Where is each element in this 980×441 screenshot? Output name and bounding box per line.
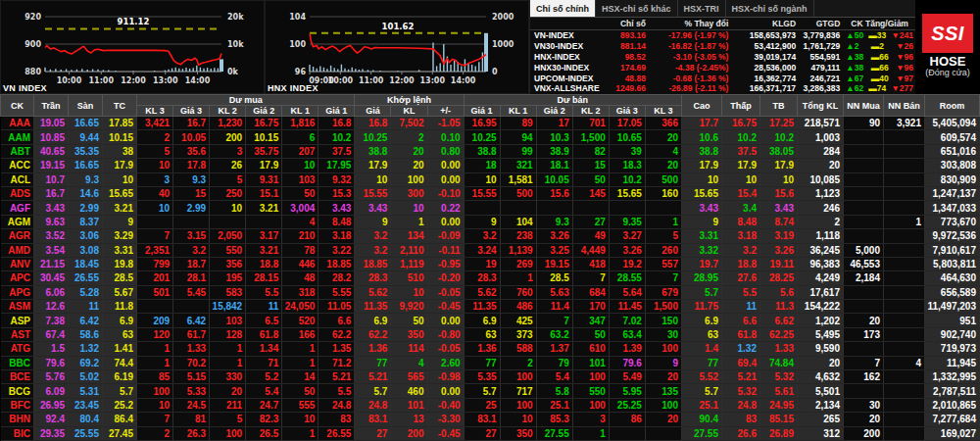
board-cell: 35.6 xyxy=(173,144,210,158)
stock-row-AST[interactable]: AST67.458.66312061.712861.816662.262.235… xyxy=(1,327,980,341)
ticker-cell[interactable]: ASP xyxy=(1,314,34,327)
board-cell: 350 xyxy=(500,426,536,440)
stock-row-BCE[interactable]: BCE5.765.026.19855.153305.2145.215.21565… xyxy=(1,370,980,384)
ticker-cell[interactable]: AAA xyxy=(1,117,34,130)
index-tab-3[interactable]: HSX-chỉ số ngành xyxy=(726,0,814,17)
stock-row-ACL[interactable]: ACL10.79.31039.359.311039.32101000.00101… xyxy=(1,172,980,186)
ticker-cell[interactable]: AGM xyxy=(1,215,34,228)
stock-row-BHN[interactable]: BHN92.480.486.4781582.3108383.113-3.3083… xyxy=(1,413,980,426)
stock-row-ASM[interactable]: ASM12.61111.815,8421124,05011.0511.359,9… xyxy=(1,300,980,314)
ticker-cell[interactable]: ADS xyxy=(1,186,34,200)
stock-row-ATG[interactable]: ATG1.51.321.4111.3311.3411.351.36114-0.0… xyxy=(1,342,980,356)
stock-row-APG[interactable]: APG6.065.285.675015.455835.53185.555.621… xyxy=(1,285,980,299)
board-cell: 103 xyxy=(210,314,246,327)
ticker-cell[interactable]: AAM xyxy=(1,130,34,144)
board-cell xyxy=(884,172,925,186)
board-cell: 10 xyxy=(137,201,173,215)
index-row-UPCOM-INDEX[interactable]: UPCOM-INDEX48.88-0.68 (-1.36 %)16,362,77… xyxy=(530,73,915,83)
board-cell: 11.35 xyxy=(355,300,391,314)
board-cell: 145 xyxy=(572,186,609,200)
board-cell: 1,816 xyxy=(282,117,318,130)
board-cell: 16.8 xyxy=(355,117,391,130)
board-cell: 13 xyxy=(391,413,427,426)
index-row-HNX30-INDEX[interactable]: HNX30-INDEX174.69-4.38 (-2.45%)28,536,00… xyxy=(530,62,915,73)
board-cell: 1,581 xyxy=(500,172,536,186)
stock-row-AMD[interactable]: AMD3.543.083.312,3513.25503.21783.223.22… xyxy=(1,243,980,257)
ticker-cell[interactable]: BCG xyxy=(1,384,34,398)
board-cell: 5.67 xyxy=(103,285,137,299)
stock-row-AGR[interactable]: AGR3.523.063.2973.152,0503.172103.183.21… xyxy=(1,229,980,243)
board-cell: 200 xyxy=(210,130,246,144)
ticker-cell[interactable]: ABT xyxy=(1,144,34,158)
stock-row-AGM[interactable]: AGM9.638.37948.48910.0091049.3279.35198.… xyxy=(1,215,980,228)
stock-row-ASP[interactable]: ASP7.386.426.92096.421036.55206.66.9500.… xyxy=(1,314,980,327)
index-tab-0[interactable]: Chỉ số chính xyxy=(530,0,596,17)
market-status: (Đóng cửa) xyxy=(925,68,970,77)
sub-header: +/- xyxy=(427,106,464,117)
stock-row-BFC[interactable]: BFC26.9523.4525.21024.521124.755524.824.… xyxy=(1,398,980,412)
ticker-cell[interactable]: BHN xyxy=(1,413,34,426)
index-tab-2[interactable]: HSX-TRI xyxy=(678,0,726,17)
board-cell: 77 xyxy=(464,356,500,369)
stock-row-ANV[interactable]: ANV21.1518.4519.879918.735618.844618.851… xyxy=(1,257,980,270)
board-cell: 6.42 xyxy=(173,314,210,327)
board-cell: 6.06 xyxy=(34,285,69,299)
board-cell: 2.99 xyxy=(69,201,103,215)
stock-row-AAA[interactable]: AAA19.0516.6517.853,42116.71,23016.751,8… xyxy=(1,117,980,130)
stock-row-AGF[interactable]: AGF3.432.993.21102.99103.213,0043.433.43… xyxy=(1,201,980,215)
board-cell: 63 xyxy=(682,327,722,341)
board-cell: 5.64 xyxy=(609,285,645,299)
index-row-HNX-INDEX[interactable]: HNX-INDEX98.52-3.10 (-3.05 %)39,019,1745… xyxy=(530,52,915,63)
index-row-VN-INDEX[interactable]: VN-INDEX893.16-17.96 (-1.97 %)158,653,97… xyxy=(530,30,915,41)
board-cell: 238 xyxy=(500,229,536,243)
ticker-cell[interactable]: ASM xyxy=(1,300,34,314)
stock-row-BIC[interactable]: BIC29.3525.5527.45226.310026.5126.552720… xyxy=(1,426,980,440)
ticker-cell[interactable]: BCE xyxy=(1,370,34,384)
board-cell: 5.28 xyxy=(69,285,103,299)
stock-row-BCG[interactable]: BCG6.095.315.71005.33205.4505.55.74600.0… xyxy=(1,384,980,398)
ticker-cell[interactable]: ACC xyxy=(1,159,34,172)
board-cell: 80.4 xyxy=(69,413,103,426)
ticker-cell[interactable]: AST xyxy=(1,327,34,341)
stock-row-ABT[interactable]: ABT40.6535.3538535.6335.7520737.538.8200… xyxy=(1,144,980,158)
ticker-cell[interactable]: ANV xyxy=(1,257,34,270)
board-cell: 103 xyxy=(282,172,318,186)
board-cell: 16.75 xyxy=(246,117,282,130)
ticker-cell[interactable]: ACL xyxy=(1,172,34,186)
market-name: HOSE xyxy=(930,55,966,68)
board-cell: 3.17 xyxy=(246,229,282,243)
board-cell: 61.7 xyxy=(173,327,210,341)
board-cell: 40.65 xyxy=(34,144,69,158)
stock-row-AAM[interactable]: AAM10.859.4410.15210.0520010.15610.210.2… xyxy=(1,130,980,144)
stock-row-APC[interactable]: APC30.4526.5528.520128.119528.154828.228… xyxy=(1,271,980,285)
board-cell: 6.09 xyxy=(34,384,69,398)
stock-row-ACC[interactable]: ACC19.1516.6517.91017.82617.91017.9517.9… xyxy=(1,159,980,172)
index-tab-1[interactable]: HSX-chỉ số khác xyxy=(596,0,678,17)
stock-row-BBC[interactable]: BBC79.669.274.4170.2171171.27742.6077279… xyxy=(1,356,980,369)
ticker-cell[interactable]: ATG xyxy=(1,342,34,356)
ticker-cell[interactable]: APG xyxy=(1,285,34,299)
board-cell: 100 xyxy=(210,426,246,440)
ticker-cell[interactable]: BIC xyxy=(1,426,34,440)
board-cell xyxy=(884,130,925,144)
sub-header: Giá 1 xyxy=(318,106,355,117)
ticker-cell[interactable]: BFC xyxy=(1,398,34,412)
ticker-cell[interactable]: AMD xyxy=(1,243,34,257)
board-cell: 50 xyxy=(391,314,427,327)
ticker-cell[interactable]: APC xyxy=(1,271,34,285)
ticker-cell[interactable]: AGR xyxy=(1,229,34,243)
board-cell: 609,574 xyxy=(925,130,980,144)
svg-text:10:00: 10:00 xyxy=(328,76,354,85)
index-row-VN30-INDEX[interactable]: VN30-INDEX881.14-16.82 (-1.87 %)53,412,9… xyxy=(530,41,915,52)
board-cell: 5.15 xyxy=(173,370,210,384)
ticker-cell[interactable]: AGF xyxy=(1,201,34,215)
index-row-VNX-ALLSHARE[interactable]: VNX-ALLSHARE1249.66-26.89 (-2.11 %)166,3… xyxy=(530,83,915,94)
up-arrow-icon: ▲62 xyxy=(846,83,863,93)
board-cell: 50 xyxy=(572,172,609,186)
board-cell: 18.8 xyxy=(722,257,760,270)
board-cell: 15.3 xyxy=(318,186,355,200)
board-cell: 1 xyxy=(391,215,427,228)
board-cell: 11 xyxy=(246,300,282,314)
ticker-cell[interactable]: BBC xyxy=(1,356,34,369)
stock-row-ADS[interactable]: ADS16.714.615.65401525015.15015.315.5530… xyxy=(1,186,980,200)
